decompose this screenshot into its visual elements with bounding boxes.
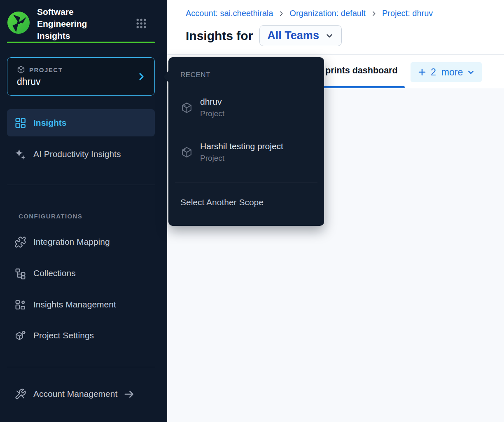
recent-scope-item-dhruv[interactable]: dhruv Project — [180, 97, 224, 118]
sidebar-item-label: AI Productivity Insights — [33, 149, 121, 159]
sparkles-icon — [14, 148, 26, 160]
sidebar-item-label: Insights Management — [33, 300, 116, 309]
app-logo-icon — [7, 12, 30, 34]
scope-item-type: Project — [200, 109, 224, 118]
select-another-scope-action[interactable]: Select Another Scope — [180, 197, 264, 207]
configurations-section-label: CONFIGURATIONS — [19, 213, 82, 220]
sidebar-item-insights-management[interactable]: Insights Management — [7, 291, 155, 318]
cube-gear-icon — [14, 330, 26, 342]
brand-header: Software Engineering Insights — [0, 0, 167, 42]
chevron-right-icon — [371, 10, 377, 17]
dropdown-caret — [163, 70, 169, 83]
team-selector-button[interactable]: All Teams — [259, 25, 342, 46]
page-title: Insights for — [186, 29, 253, 43]
recent-section-label: RECENT — [180, 71, 210, 79]
breadcrumb-link-account[interactable]: Account: sai.cheethirala — [186, 9, 273, 18]
arrow-right-icon — [123, 388, 135, 400]
app-title: Software Engineering Insights — [37, 6, 111, 42]
active-dashboard-tab[interactable]: prints dashboard — [325, 66, 398, 76]
sidebar-item-collections[interactable]: Collections — [7, 260, 155, 287]
dashboard-icon — [14, 117, 26, 129]
sidebar-item-integration-mapping[interactable]: Integration Mapping — [7, 228, 155, 256]
sidebar-item-project-settings[interactable]: Project Settings — [7, 322, 155, 349]
project-cube-icon — [180, 146, 193, 159]
sidebar-item-label: Collections — [33, 268, 76, 278]
scope-item-name: Harshil testing project — [200, 141, 283, 151]
chevron-right-icon — [136, 72, 146, 82]
more-tabs-count: 2 — [431, 67, 436, 78]
recent-scope-item-harshil-testing-project[interactable]: Harshil testing project Project — [180, 141, 283, 163]
chevron-down-icon — [325, 31, 334, 40]
dropdown-divider — [175, 183, 317, 183]
breadcrumb-link-project[interactable]: Project: dhruv — [382, 9, 433, 18]
breadcrumb-link-organization[interactable]: Organization: default — [289, 9, 366, 18]
team-selector-value: All Teams — [267, 29, 319, 42]
puzzle-icon — [14, 236, 26, 248]
project-cube-icon — [180, 101, 193, 114]
sidebar-item-insights[interactable]: Insights — [7, 109, 155, 136]
scope-item-type: Project — [200, 154, 283, 163]
more-tabs-button[interactable]: 2 more — [411, 62, 482, 82]
scope-dropdown-panel: RECENT dhruv Project Harshil testing pro… — [168, 57, 324, 226]
scope-type-label: PROJECT — [29, 66, 63, 73]
chevron-down-icon — [467, 68, 475, 77]
chevron-right-icon — [278, 10, 285, 17]
sidebar-item-label: Project Settings — [33, 331, 94, 340]
more-tabs-label: more — [441, 67, 463, 78]
sidebar-divider — [7, 367, 155, 367]
scope-name: dhruv — [17, 76, 41, 87]
brand-accent-bar — [7, 42, 155, 43]
project-scope-card[interactable]: PROJECT dhruv — [7, 57, 155, 96]
sidebar-item-label: Insights — [33, 118, 67, 128]
sidebar-item-ai-productivity-insights[interactable]: AI Productivity Insights — [7, 141, 155, 168]
plus-icon — [417, 67, 427, 77]
tree-icon — [14, 267, 26, 279]
apps-grid-icon[interactable] — [135, 17, 147, 30]
sidebar: Software Engineering Insights PROJECT dh… — [0, 0, 167, 422]
app-window: Software Engineering Insights PROJECT dh… — [0, 0, 504, 422]
sidebar-divider — [7, 185, 155, 185]
sidebar-item-label: Integration Mapping — [33, 237, 110, 247]
dashboard-gear-icon — [14, 299, 26, 311]
page-header: Account: sai.cheethirala Organization: d… — [167, 0, 504, 55]
scope-item-name: dhruv — [200, 97, 224, 107]
sidebar-item-account-management[interactable]: Account Management — [7, 380, 155, 408]
project-cube-icon — [16, 65, 26, 74]
tools-icon — [14, 388, 26, 400]
breadcrumb: Account: sai.cheethirala Organization: d… — [186, 9, 433, 18]
sidebar-item-label: Account Management — [33, 389, 117, 399]
